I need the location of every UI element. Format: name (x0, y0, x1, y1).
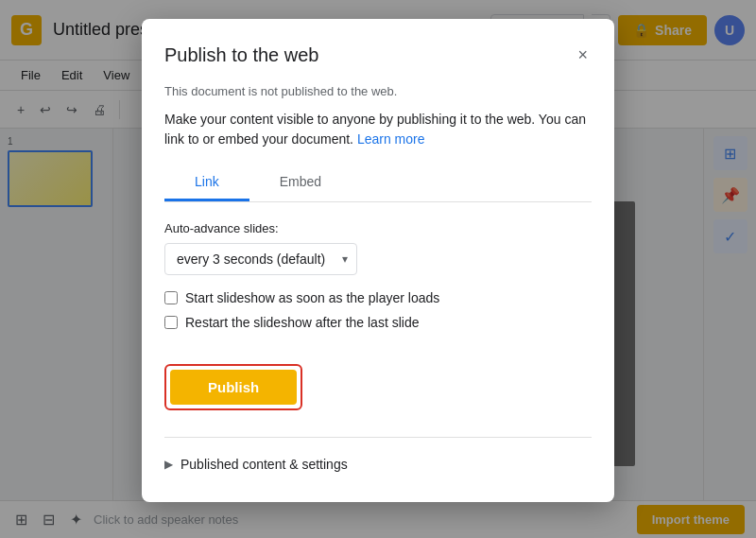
checkbox-row-2: Restart the slideshow after the last sli… (164, 315, 592, 330)
start-slideshow-label: Start slideshow as soon as the player lo… (185, 290, 439, 305)
checkbox-row-1: Start slideshow as soon as the player lo… (164, 290, 592, 305)
modal-overlay: Publish to the web × This document is no… (0, 0, 756, 538)
main-area: 1 ⊞ 📌 ✓ Publish to the web × This docume… (0, 129, 756, 538)
tab-embed[interactable]: Embed (249, 165, 352, 201)
publish-button[interactable]: Publish (170, 370, 297, 405)
auto-advance-select[interactable]: every 1 second every 2 seconds every 3 s… (164, 243, 357, 275)
restart-slideshow-label: Restart the slideshow after the last sli… (185, 315, 419, 330)
accordion-label: Published content & settings (180, 457, 348, 472)
publish-button-highlight: Publish (164, 364, 302, 410)
publish-dialog: Publish to the web × This document is no… (142, 19, 614, 502)
publish-button-container: Publish (164, 345, 592, 425)
tab-link[interactable]: Link (164, 165, 249, 201)
dialog-header: Publish to the web × (164, 42, 592, 69)
restart-slideshow-checkbox[interactable] (164, 316, 178, 329)
dialog-divider (164, 437, 592, 438)
learn-more-link[interactable]: Learn more (357, 131, 425, 147)
dialog-status: This document is not published to the we… (164, 84, 592, 98)
dialog-close-button[interactable]: × (574, 42, 592, 69)
auto-advance-select-wrapper: every 1 second every 2 seconds every 3 s… (164, 243, 357, 275)
accordion-arrow-icon: ▶ (164, 458, 173, 471)
dialog-description: Make your content visible to anyone by p… (164, 110, 592, 149)
dialog-tabs: Link Embed (164, 165, 592, 202)
dialog-title: Publish to the web (164, 44, 318, 66)
auto-advance-label: Auto-advance slides: (164, 221, 592, 235)
accordion-row[interactable]: ▶ Published content & settings (164, 449, 592, 479)
start-slideshow-checkbox[interactable] (164, 291, 178, 304)
